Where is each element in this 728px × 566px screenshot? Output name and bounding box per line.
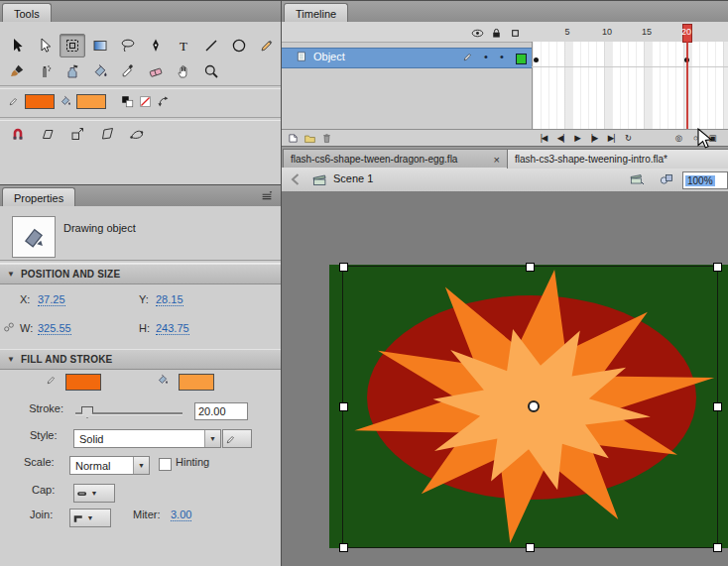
stroke-color-swatch[interactable] (65, 374, 101, 391)
lasso-tool[interactable] (115, 34, 141, 57)
transform-handle-top-right[interactable] (713, 263, 722, 272)
zoom-tool[interactable] (198, 59, 224, 83)
w-label: W: (20, 322, 33, 334)
tools-stroke-color-swatch[interactable] (25, 94, 55, 109)
transform-handle-middle-right[interactable] (713, 402, 722, 411)
layer-visibility-dot[interactable]: • (484, 51, 488, 62)
stroke-slider-thumb[interactable] (81, 406, 93, 418)
envelope-button[interactable] (125, 122, 149, 146)
stroke-scale-dropdown[interactable]: Normal ▼ (69, 456, 150, 475)
play-button[interactable]: ▶ (569, 131, 585, 145)
stroke-style-row: Style: Solid ▼ (0, 427, 281, 447)
edit-symbols-button[interactable] (659, 171, 674, 187)
keyframe-frame-1[interactable] (534, 57, 539, 62)
hinting-checkbox[interactable] (159, 458, 172, 471)
layer-name[interactable]: Object (313, 51, 345, 62)
scene-name[interactable]: Scene 1 (333, 172, 373, 184)
stroke-width-input[interactable]: 20.00 (194, 402, 248, 420)
free-transform-tool[interactable] (60, 34, 85, 57)
eraser-icon (148, 63, 164, 79)
style-label: Style: (30, 429, 58, 441)
rotate-skew-button[interactable] (36, 122, 60, 146)
go-to-first-frame-button[interactable]: |◀ (536, 131, 551, 145)
subselection-tool[interactable] (32, 34, 58, 57)
transform-handle-bottom-left[interactable] (339, 543, 348, 552)
distort-button[interactable] (95, 122, 119, 146)
zoom-level-input[interactable]: 100% (682, 171, 728, 189)
transform-handle-bottom-middle[interactable] (526, 543, 535, 552)
stroke-style-dropdown[interactable]: Solid ▼ (73, 429, 221, 448)
layer-outline-color-swatch[interactable] (516, 54, 527, 64)
transformation-point[interactable] (528, 400, 540, 412)
timeline-panel-tab[interactable]: Timeline (284, 3, 348, 23)
paint-bucket-tool[interactable] (87, 59, 113, 83)
stroke-width-slider[interactable] (75, 409, 182, 417)
gradient-transform-tool[interactable] (87, 34, 113, 57)
transform-handle-top-left[interactable] (339, 263, 348, 272)
loop-playback-button[interactable]: ↻ (620, 131, 636, 145)
selection-tool[interactable] (4, 34, 30, 57)
tools-fill-color-swatch[interactable] (76, 94, 106, 109)
transform-handle-middle-left[interactable] (339, 402, 348, 411)
miter-value[interactable]: 3.00 (171, 509, 191, 521)
snap-to-objects-button[interactable] (6, 122, 30, 146)
subselection-icon (37, 38, 53, 54)
timeline-tab-label: Timeline (296, 8, 336, 20)
lock-wh-ratio-icon[interactable] (3, 321, 15, 333)
x-value[interactable]: 37.25 (38, 293, 65, 306)
hand-tool[interactable] (171, 59, 196, 83)
new-layer-icon (285, 130, 301, 146)
eraser-tool[interactable] (143, 59, 169, 83)
step-forward-button[interactable]: |▶ (586, 131, 602, 145)
back-arrow-icon[interactable] (288, 171, 303, 187)
text-tool[interactable]: T (171, 34, 196, 57)
section-header-position-and-size[interactable]: ▼ POSITION AND SIZE (0, 264, 281, 284)
oval-tool[interactable] (226, 34, 252, 57)
pen-tool[interactable] (143, 34, 169, 57)
eyedropper-tool[interactable] (115, 59, 141, 83)
y-value[interactable]: 28.15 (156, 293, 183, 306)
brush-tool[interactable] (4, 59, 30, 83)
layer-frames-row[interactable] (532, 48, 728, 67)
w-value[interactable]: 325.55 (38, 322, 71, 335)
delete-layer-button[interactable] (318, 131, 334, 145)
show-layers-as-outlines-icon[interactable] (508, 27, 523, 40)
stroke-color-pencil-icon (46, 374, 58, 386)
pencil-tool[interactable] (254, 34, 280, 57)
timeline-bottom-bar: |◀◀|▶|▶▶|↻ ◎○▣ (282, 129, 728, 147)
close-tab-icon[interactable]: × (488, 154, 500, 166)
transform-handle-bottom-right[interactable] (713, 543, 722, 552)
go-to-last-frame-button[interactable]: ▶| (603, 131, 619, 145)
lock-all-layers-icon[interactable] (489, 27, 504, 40)
no-color-button[interactable] (137, 94, 153, 109)
document-tab-shape-tweening-intro[interactable]: flash-cs3-shape-tweening-intro.fla* (507, 149, 728, 169)
line-tool[interactable] (198, 34, 224, 57)
edit-scene-button[interactable] (629, 171, 645, 187)
black-white-button[interactable] (119, 94, 135, 109)
cap-style-button[interactable]: ▼ (73, 484, 115, 503)
ink-bottle-tool[interactable] (60, 59, 85, 83)
h-value[interactable]: 243.75 (156, 322, 189, 335)
new-folder-button[interactable] (302, 131, 317, 145)
join-style-button[interactable]: ▼ (69, 509, 111, 527)
join-label: Join: (30, 509, 53, 520)
delete-layer-icon (318, 130, 334, 146)
fill-color-swatch[interactable] (179, 374, 214, 391)
document-tab-dragon-egg[interactable]: flash-cs6-shape-tween-dragon-egg.fla × (283, 149, 508, 169)
scale-button[interactable] (65, 122, 89, 146)
layer-lock-dot[interactable]: • (500, 51, 504, 62)
swap-colors-button[interactable] (155, 94, 171, 109)
transform-handle-top-middle[interactable] (526, 263, 535, 272)
properties-panel-tab[interactable]: Properties (2, 187, 75, 207)
spray-brush-tool[interactable] (32, 59, 58, 83)
layer-row-object[interactable]: Object • • (282, 48, 532, 68)
section-header-fill-and-stroke[interactable]: ▼ FILL AND STROKE (0, 349, 281, 370)
step-back-button[interactable]: ◀| (552, 131, 568, 145)
custom-stroke-style-button[interactable] (222, 429, 252, 448)
timeline-ruler[interactable]: 5101520 (532, 24, 728, 43)
new-layer-button[interactable] (285, 131, 301, 145)
tools-panel-tab[interactable]: Tools (2, 3, 52, 23)
onion-skin-button[interactable]: ◎ (670, 131, 686, 145)
show-hide-all-layers-icon[interactable] (470, 27, 485, 40)
panel-menu-icon[interactable] (258, 189, 276, 203)
